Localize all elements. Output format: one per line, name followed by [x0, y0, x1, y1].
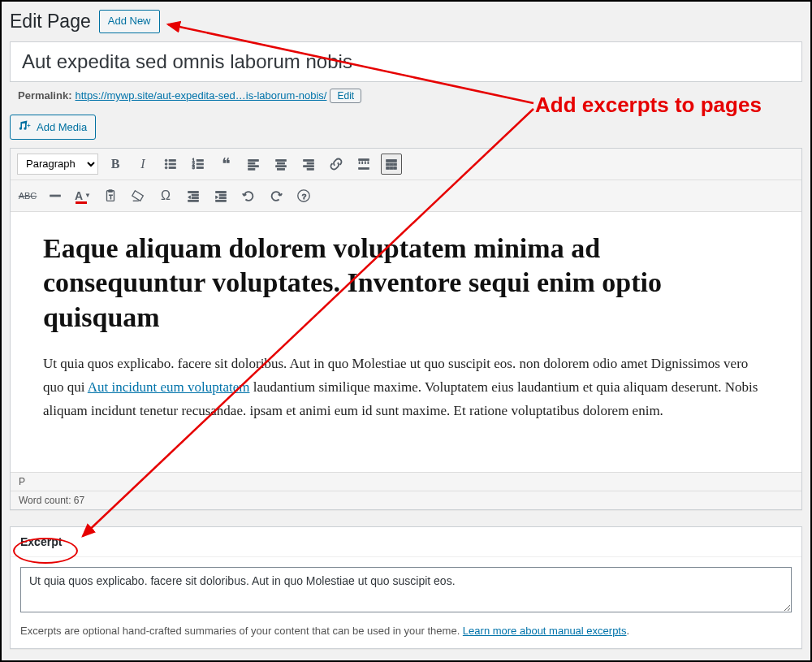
read-more-icon[interactable]: [353, 154, 374, 175]
svg-rect-20: [304, 159, 314, 161]
title-panel: [10, 41, 802, 82]
svg-rect-25: [359, 162, 369, 163]
svg-rect-27: [387, 159, 397, 162]
horizontal-rule-icon[interactable]: [45, 185, 66, 206]
svg-rect-32: [390, 167, 393, 169]
svg-rect-3: [169, 163, 175, 165]
svg-rect-41: [188, 200, 199, 201]
svg-rect-14: [248, 166, 259, 167]
excerpt-textarea[interactable]: [20, 567, 792, 612]
add-media-button[interactable]: Add Media: [10, 115, 96, 140]
add-new-button[interactable]: Add New: [99, 10, 160, 33]
text-color-icon[interactable]: A▼: [72, 185, 93, 206]
clear-formatting-icon[interactable]: [127, 185, 149, 206]
svg-rect-1: [169, 159, 175, 161]
svg-rect-24: [359, 158, 369, 160]
svg-rect-5: [169, 167, 175, 168]
svg-rect-12: [248, 159, 259, 161]
word-count-value: 67: [74, 495, 84, 506]
toolbar-toggle-icon[interactable]: [381, 154, 402, 175]
permalink-link[interactable]: https://mywp.site/aut-expedita-sed…is-la…: [75, 89, 326, 102]
link-icon[interactable]: [326, 154, 347, 175]
strikethrough-icon[interactable]: ABC: [17, 185, 38, 206]
page-title: Edit Page: [10, 11, 91, 32]
svg-rect-33: [394, 167, 397, 169]
excerpt-heading[interactable]: Excerpt: [11, 527, 801, 557]
excerpt-help-post: .: [626, 625, 629, 637]
annotation-label: Add excerpts to pages: [535, 93, 762, 118]
svg-rect-36: [108, 190, 112, 193]
svg-rect-28: [387, 163, 390, 166]
permalink-label: Permalink:: [18, 89, 71, 102]
content-heading: Eaque aliquam dolorem voluptatem minima …: [43, 231, 769, 335]
svg-rect-31: [387, 167, 390, 169]
svg-rect-17: [278, 162, 285, 164]
svg-point-2: [165, 162, 167, 165]
format-select[interactable]: Paragraph: [17, 154, 98, 175]
svg-rect-23: [307, 168, 313, 170]
svg-rect-44: [219, 197, 226, 199]
redo-icon[interactable]: [266, 185, 287, 206]
content-area[interactable]: Eaque aliquam dolorem voluptatem minima …: [11, 212, 801, 472]
undo-icon[interactable]: [238, 185, 259, 206]
help-icon[interactable]: ?: [293, 185, 314, 206]
svg-rect-38: [188, 191, 199, 193]
editor-status-bar: P Word count: 67: [11, 472, 801, 509]
align-left-icon[interactable]: [243, 154, 264, 175]
permalink-edit-button[interactable]: Edit: [330, 89, 361, 103]
word-count: Word count: 67: [11, 491, 801, 509]
svg-rect-26: [359, 167, 369, 169]
svg-rect-21: [307, 162, 313, 164]
add-media-label: Add Media: [37, 121, 87, 133]
content-paragraph: Ut quia quos explicabo. facere sit dolor…: [43, 353, 769, 423]
excerpt-panel: Excerpt Excerpts are optional hand-craft…: [10, 526, 802, 649]
paste-text-icon[interactable]: T: [100, 185, 121, 206]
svg-text:?: ?: [302, 191, 307, 200]
svg-rect-43: [219, 194, 226, 196]
svg-rect-22: [304, 166, 314, 167]
post-title-input[interactable]: [11, 42, 801, 81]
content-link[interactable]: Aut incidunt eum voluptatem: [88, 379, 250, 395]
svg-rect-45: [216, 200, 227, 201]
bold-icon[interactable]: B: [105, 154, 126, 175]
align-right-icon[interactable]: [298, 154, 319, 175]
svg-rect-19: [278, 168, 285, 170]
svg-rect-40: [192, 197, 198, 199]
svg-rect-9: [197, 163, 203, 165]
svg-rect-29: [390, 163, 393, 166]
excerpt-help-text: Excerpts are optional hand-crafted summa…: [20, 625, 463, 637]
svg-rect-34: [50, 195, 61, 197]
excerpt-help-link[interactable]: Learn more about manual excerpts: [463, 625, 627, 637]
svg-rect-42: [216, 191, 227, 193]
toolbar-row-1: Paragraph B I 123 ❝: [11, 149, 801, 180]
align-center-icon[interactable]: [270, 154, 292, 175]
toolbar-row-2: ABC A▼ T Ω ?: [11, 180, 801, 212]
svg-rect-16: [276, 159, 287, 161]
svg-rect-39: [192, 194, 198, 196]
svg-point-4: [165, 167, 167, 169]
indent-icon[interactable]: [210, 185, 231, 206]
svg-rect-7: [197, 159, 203, 161]
svg-point-0: [165, 159, 167, 162]
svg-rect-18: [276, 166, 287, 167]
page-header: Edit Page Add New: [10, 6, 802, 41]
special-character-icon[interactable]: Ω: [155, 185, 176, 206]
excerpt-help: Excerpts are optional hand-crafted summa…: [11, 625, 801, 648]
editor-panel: Paragraph B I 123 ❝ ABC A▼ T Ω: [10, 148, 802, 510]
numbered-list-icon[interactable]: 123: [188, 154, 209, 175]
svg-text:T: T: [109, 193, 113, 200]
word-count-label: Word count:: [19, 495, 74, 506]
svg-rect-30: [394, 163, 397, 166]
italic-icon[interactable]: I: [132, 154, 153, 175]
element-path: P: [11, 473, 801, 491]
svg-rect-11: [197, 167, 203, 168]
bullet-list-icon[interactable]: [160, 154, 181, 175]
svg-rect-15: [248, 168, 255, 170]
svg-rect-13: [248, 162, 255, 164]
blockquote-icon[interactable]: ❝: [215, 154, 236, 175]
camera-music-icon: [19, 119, 32, 135]
svg-text:3: 3: [192, 165, 195, 170]
outdent-icon[interactable]: [183, 185, 204, 206]
